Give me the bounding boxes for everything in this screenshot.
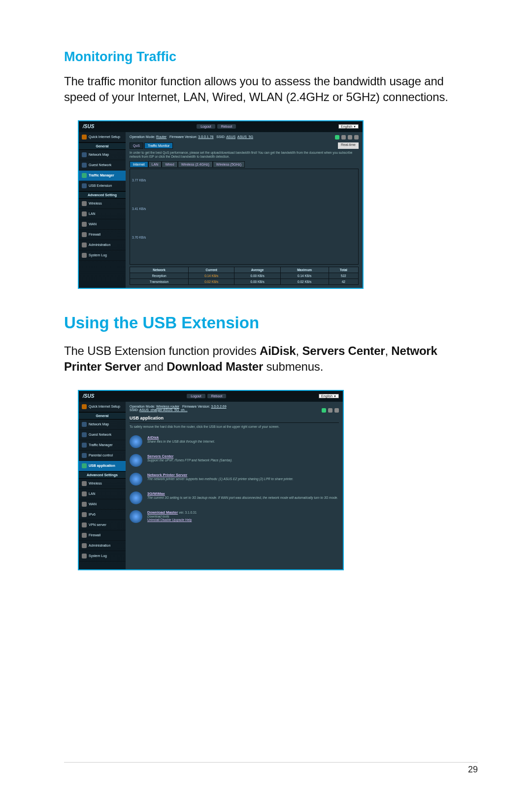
label: Firewall [89,533,100,537]
th: Network [130,267,189,273]
divider [130,422,339,423]
label: Firewall [89,233,100,236]
label: LAN [89,212,96,215]
app-row-servers-center[interactable]: Servers Center Support the UPnP, iTunes … [130,454,339,467]
logout-button[interactable]: Logout [187,394,205,398]
fw-link[interactable]: 3.0.0.1.78 [198,135,213,139]
tab-qos[interactable]: QoS [130,142,143,149]
sidebar-item-guest-network[interactable]: Guest Network [79,430,126,440]
screenshot-usb-application: /SUS Logout Reboot English Quick Interne… [78,390,344,570]
paragraph-usb-extension: The USB Extension function provides AiDi… [64,343,478,375]
text: The USB Extension function provides [64,344,260,357]
app-row-3g-wimax[interactable]: 3G/WiMax The current 3G setting is set t… [130,491,339,504]
sidebar-item-system-log[interactable]: System Log [79,551,126,561]
tab-bar: QoS Traffic Monitor Real-time [130,142,359,149]
sidebar-item-traffic-manager[interactable]: Traffic Manager [79,171,126,181]
wizard-icon [82,404,87,409]
label: WAN [89,222,97,226]
sidebar-item-usb-application[interactable]: USB application [79,461,126,471]
y-tick: 3.77 KB/s [132,178,146,182]
sidebar-item-ipv6[interactable]: IPv6 [79,510,126,520]
th: Average [234,267,280,273]
logo-icon: /SUS [83,393,94,399]
usb-icon [82,463,87,468]
ssid-link[interactable]: ASUS [226,135,235,139]
text: and [141,360,166,373]
td: 522 [329,273,358,279]
sidebar-item-vpn-server[interactable]: VPN server [79,520,126,530]
sidebar-item-usb-extension[interactable]: USB Extension [79,181,126,191]
usb-status-icon[interactable] [322,408,326,413]
wan-icon [82,502,87,507]
language-select[interactable]: English [319,394,339,398]
ssid-link[interactable]: ASUS_charger ASUS_5G_ch... [139,408,188,412]
text: , [296,344,302,357]
subtab-wired[interactable]: Wired [162,161,177,168]
sidebar-item-lan[interactable]: LAN [79,209,126,219]
sidebar-item-wan[interactable]: WAN [79,219,126,230]
reboot-button[interactable]: Reboot [207,394,227,398]
servers-icon [130,454,142,467]
app-row-download-master[interactable]: Download Master ver. 3.1.0.31 Download t… [130,510,339,523]
app-action-links[interactable]: Uninstall Disable Upgrade Help [147,518,197,522]
sidebar-item-lan[interactable]: LAN [79,489,126,499]
sidebar-item-administration[interactable]: Administration [79,240,126,250]
sidebar-heading-general: General [79,142,126,150]
language-select[interactable]: English [338,124,359,129]
status-icon [334,408,339,413]
tab-traffic-monitor[interactable]: Traffic Monitor [144,142,173,149]
app-title-link[interactable]: Download Master [147,510,178,515]
th: Current [189,267,234,273]
subtab-internet[interactable]: Internet [130,161,148,168]
wrench-icon [82,253,87,258]
sidebar-item-firewall[interactable]: Firewall [79,530,126,541]
label: VPN server [89,523,106,526]
subtab-wireless24[interactable]: Wireless (2.4GHz) [178,161,213,168]
sidebar-item-wireless[interactable]: Wireless [79,199,126,209]
app-title-link[interactable]: Network Printer Server [147,473,294,477]
sidebar-item-wireless[interactable]: Wireless [79,479,126,489]
sidebar-item-wan[interactable]: WAN [79,499,126,510]
info-line: Operation Mode: Router Firmware Version:… [130,135,359,139]
app-row-aidisk[interactable]: AiDisk Share files in the USB disk throu… [130,435,339,448]
op-mode-link[interactable]: Wireless router [156,405,179,408]
sidebar-item-traffic-manager[interactable]: Traffic Manager [79,440,126,451]
wrench-icon [82,232,87,237]
sidebar-item-guest-network[interactable]: Guest Network [79,160,126,171]
realtime-select[interactable]: Real-time [338,142,359,149]
fw-link[interactable]: 3.0.0.2.69 [211,405,226,408]
wrench-icon [82,243,87,247]
sidebar-quick-setup[interactable]: Quick Internet Setup [79,402,126,412]
sidebar-item-parental-control[interactable]: Parental control [79,451,126,461]
app-row-printer-server[interactable]: Network Printer Server The network print… [130,473,339,486]
bold: Servers Center [302,344,385,357]
sidebar-item-network-map[interactable]: Network Map [79,419,126,430]
app-title-link[interactable]: AiDisk [147,435,215,440]
sidebar-item-network-map[interactable]: Network Map [79,150,126,160]
td: Reception [130,273,189,279]
y-tick: 3.41 KB/s [132,207,146,210]
table-row: Transmission 0.02 KB/s 0.00 KB/s 0.02 KB… [130,279,359,284]
bold: Download Master [166,360,263,373]
label: Guest Network [89,433,111,436]
sidebar-item-administration[interactable]: Administration [79,541,126,551]
subtab-lan[interactable]: LAN [148,161,162,168]
sidebar-quick-setup[interactable]: Quick Internet Setup [79,132,126,142]
panel-title: USB application [130,416,339,420]
app-title-link[interactable]: Servers Center [147,454,233,458]
label: Guest Network [89,163,111,167]
logo-icon: /SUS [83,124,94,129]
app-title-link[interactable]: 3G/WiMax [147,491,338,496]
reboot-button[interactable]: Reboot [217,124,236,129]
text: submenus. [263,360,323,373]
logout-button[interactable]: Logout [197,124,215,129]
ssid5g-link[interactable]: ASUS_5G [237,135,253,139]
sidebar-item-firewall[interactable]: Firewall [79,230,126,240]
ipv6-icon [82,512,87,517]
th: Maximum [280,267,329,273]
td: 0.02 KB/s [280,279,329,284]
usb-status-icon[interactable] [335,135,339,139]
subtab-wireless5[interactable]: Wireless (5GHz) [213,161,245,168]
sidebar-item-system-log[interactable]: System Log [79,250,126,261]
op-mode-link[interactable]: Router [156,135,166,139]
